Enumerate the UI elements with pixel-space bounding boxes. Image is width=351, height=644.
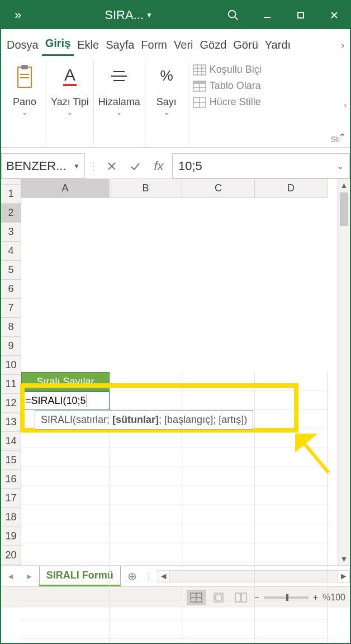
cell-a12[interactable] (21, 581, 110, 600)
scroll-up-button[interactable]: ▲ (338, 179, 350, 191)
alignment-button[interactable] (102, 60, 136, 94)
cell-c2[interactable] (182, 391, 255, 410)
cell-d13[interactable] (255, 600, 328, 619)
cell-d7[interactable] (255, 486, 328, 505)
cell-c7[interactable] (182, 486, 255, 505)
cell-c10[interactable] (182, 543, 255, 562)
hscroll-right-button[interactable]: ► (338, 570, 350, 582)
cell-c13[interactable] (182, 600, 255, 619)
tabs-scroll-right[interactable]: › (338, 35, 348, 56)
cell-c4[interactable] (182, 429, 255, 448)
zoom-slider[interactable] (264, 596, 309, 599)
cell-d10[interactable] (255, 543, 328, 562)
cell-d15[interactable] (255, 638, 328, 644)
cell-b15[interactable] (110, 638, 182, 644)
tab-ekle[interactable]: Ekle (74, 33, 102, 56)
paste-button[interactable] (8, 60, 41, 94)
title-dropdown-icon[interactable]: ▼ (146, 11, 153, 19)
row-header-3[interactable]: 3 (1, 223, 21, 242)
row-header-5[interactable]: 5 (1, 261, 21, 280)
tab-gozd[interactable]: Gözd (196, 33, 230, 56)
cell-a2[interactable]: =SIRALI(10;5 (21, 391, 110, 410)
cell-c8[interactable] (182, 505, 255, 524)
column-header-b[interactable]: B (110, 179, 182, 198)
conditional-formatting-button[interactable]: Koşullu Biçi (193, 63, 343, 77)
row-header-13[interactable]: 13 (1, 413, 21, 432)
font-button[interactable]: A (53, 60, 87, 94)
cell-b11[interactable] (110, 562, 182, 581)
pano-dropdown-icon[interactable]: ⌄ (22, 109, 27, 116)
row-header-14[interactable]: 14 (1, 432, 21, 451)
hizalama-dropdown-icon[interactable]: ⌄ (116, 109, 122, 116)
scroll-thumb[interactable] (340, 192, 348, 226)
enter-formula-button[interactable] (125, 156, 145, 176)
cell-c14[interactable] (182, 619, 255, 638)
expand-formula-bar-icon[interactable]: ⌄ (337, 162, 344, 171)
insert-function-button[interactable]: fx (149, 156, 169, 176)
minimize-button[interactable] (256, 4, 278, 26)
cell-c9[interactable] (182, 524, 255, 543)
number-button[interactable]: % (150, 60, 183, 94)
cell-a10[interactable] (21, 543, 110, 562)
cell-styles-button[interactable]: Hücre Stille (193, 95, 343, 109)
select-all-corner[interactable] (1, 179, 21, 185)
cell-b8[interactable] (110, 505, 182, 524)
cell-a5[interactable] (21, 448, 110, 467)
cell-b2[interactable] (110, 391, 182, 410)
sheet-nav-prev[interactable]: ◄ (1, 572, 20, 581)
cell-d11[interactable] (255, 562, 328, 581)
cell-a8[interactable] (21, 505, 110, 524)
tab-form[interactable]: Form (137, 33, 170, 56)
name-box[interactable]: BENZER... ▼ (1, 153, 85, 178)
row-header-20[interactable]: 20 (1, 546, 21, 565)
cell-b4[interactable] (110, 429, 182, 448)
cell-b14[interactable] (110, 619, 182, 638)
ribbon-overflow-button[interactable]: › (344, 101, 347, 110)
column-header-a[interactable]: A (21, 179, 110, 198)
scroll-down-button[interactable]: ▼ (338, 553, 350, 565)
tab-sayfa[interactable]: Sayfa (102, 33, 137, 56)
row-header-19[interactable]: 19 (1, 527, 21, 546)
cell-d1[interactable] (255, 372, 328, 391)
cell-c11[interactable] (182, 562, 255, 581)
cell-a1-value[interactable]: Sıralı Sayılar (21, 372, 110, 391)
row-header-7[interactable]: 7 (1, 299, 21, 318)
row-header-10[interactable]: 10 (1, 356, 21, 375)
cell-d9[interactable] (255, 524, 328, 543)
sayi-dropdown-icon[interactable]: ⌄ (164, 109, 169, 116)
cell-a14[interactable] (21, 619, 110, 638)
column-header-c[interactable]: C (182, 179, 255, 198)
collapse-ribbon-button[interactable]: ⌃ (338, 131, 347, 144)
cell-a7[interactable] (21, 486, 110, 505)
row-header-18[interactable]: 18 (1, 508, 21, 527)
qat-overflow-button[interactable]: » (6, 8, 30, 22)
cell-c5[interactable] (182, 448, 255, 467)
search-icon[interactable] (227, 9, 239, 21)
cell-b10[interactable] (110, 543, 182, 562)
row-header-12[interactable]: 12 (1, 394, 21, 413)
cancel-formula-button[interactable] (102, 156, 122, 176)
cell-d14[interactable] (255, 619, 328, 638)
cell-b1[interactable] (110, 372, 182, 391)
cell-a6[interactable] (21, 467, 110, 486)
cell-b6[interactable] (110, 467, 182, 486)
cell-c12[interactable] (182, 581, 255, 600)
formula-bar-input[interactable]: 10;5 ⌄ (172, 153, 350, 178)
row-header-11[interactable]: 11 (1, 375, 21, 394)
cell-b12[interactable] (110, 581, 182, 600)
tab-veri[interactable]: Veri (170, 33, 196, 56)
cells-area[interactable]: Sıralı Sayılar =SIRALI(10;5 (21, 372, 338, 565)
maximize-button[interactable] (290, 4, 312, 26)
tab-yardi[interactable]: Yardı (262, 33, 294, 56)
cell-d8[interactable] (255, 505, 328, 524)
cell-a9[interactable] (21, 524, 110, 543)
yazi-dropdown-icon[interactable]: ⌄ (67, 109, 73, 116)
tab-goru[interactable]: Görü (230, 33, 261, 56)
cell-a15[interactable] (21, 638, 110, 644)
cell-c1[interactable] (182, 372, 255, 391)
cell-a13[interactable] (21, 600, 110, 619)
cell-a11[interactable] (21, 562, 110, 581)
cell-b7[interactable] (110, 486, 182, 505)
row-header-1[interactable]: 1 (1, 185, 21, 204)
cell-d3[interactable] (255, 410, 328, 429)
